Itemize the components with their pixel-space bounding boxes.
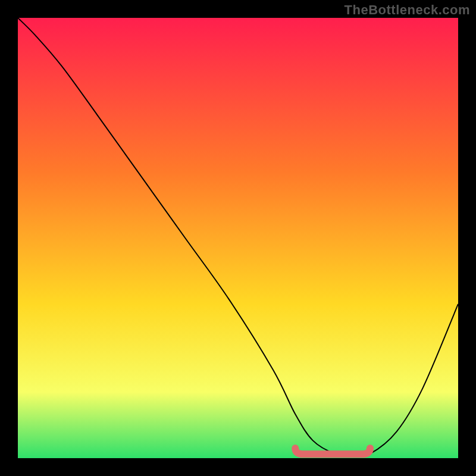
plot-area (18, 18, 458, 458)
watermark-text: TheBottleneck.com (345, 2, 470, 18)
chart-svg (18, 18, 458, 458)
chart-frame: TheBottleneck.com (0, 0, 476, 476)
gradient-background (18, 18, 458, 458)
